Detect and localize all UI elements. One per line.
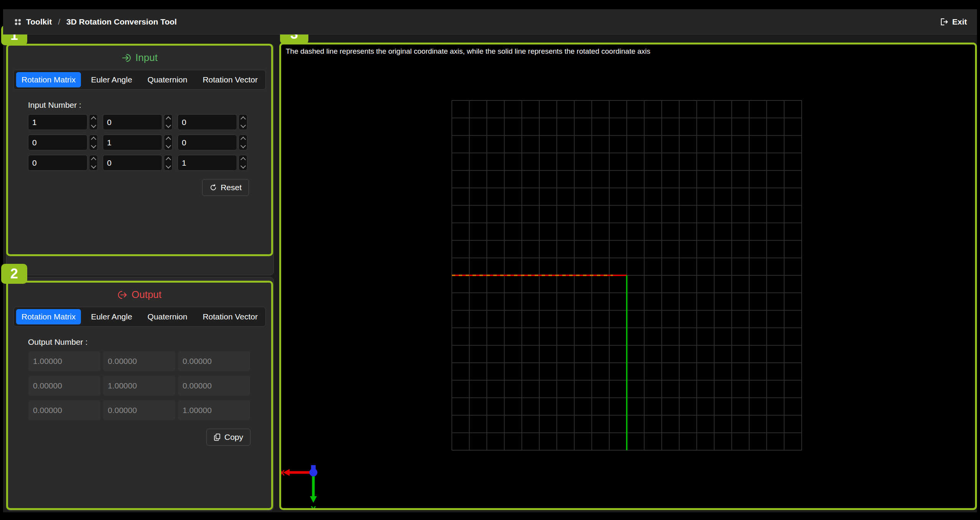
spin-down-icon[interactable] bbox=[89, 163, 97, 171]
viz-note: The dashed line represents the original … bbox=[281, 44, 655, 58]
spin-up-icon[interactable] bbox=[89, 115, 97, 122]
spin-up-icon[interactable] bbox=[89, 155, 97, 163]
spinner-r3c3 bbox=[239, 155, 247, 171]
spin-up-icon[interactable] bbox=[89, 135, 97, 143]
output-value-r1c3: 0.00000 bbox=[178, 351, 250, 371]
output-value-r2c1: 0.00000 bbox=[28, 376, 100, 396]
output-value-r1c2: 0.00000 bbox=[103, 351, 175, 371]
output-arrow-icon bbox=[118, 290, 128, 300]
exit-icon bbox=[939, 17, 949, 26]
spinner-r1c1 bbox=[89, 114, 98, 130]
output-tab-quaternion[interactable]: Quaternion bbox=[142, 309, 193, 324]
spin-down-icon[interactable] bbox=[239, 122, 247, 130]
input-tab-rotation-vector[interactable]: Rotation Vector bbox=[197, 72, 263, 87]
matrix-input-r1c3[interactable] bbox=[178, 114, 237, 130]
output-number-label: Output Number : bbox=[28, 337, 271, 347]
output-value-r1c1: 1.00000 bbox=[28, 351, 100, 371]
spin-down-icon[interactable] bbox=[89, 122, 97, 130]
output-tabbar: Rotation Matrix Euler Angle Quaternion R… bbox=[13, 307, 266, 327]
input-tab-euler-angle[interactable]: Euler Angle bbox=[86, 72, 137, 87]
matrix-row-1 bbox=[28, 114, 271, 130]
matrix-input-r2c3[interactable] bbox=[178, 135, 237, 150]
page-title: 3D Rotation Conversion Tool bbox=[66, 17, 177, 26]
spinner-r2c2 bbox=[164, 135, 173, 150]
input-arrow-icon bbox=[122, 53, 132, 63]
spinner-r1c3 bbox=[239, 114, 247, 130]
svg-text:Y: Y bbox=[311, 504, 316, 508]
spin-up-icon[interactable] bbox=[239, 135, 247, 143]
spin-up-icon[interactable] bbox=[164, 155, 172, 163]
output-value-r3c1: 0.00000 bbox=[28, 400, 100, 420]
matrix-row-3 bbox=[28, 155, 271, 171]
matrix-input-r3c2[interactable] bbox=[103, 155, 162, 171]
output-row-3: 0.00000 0.00000 1.00000 bbox=[28, 400, 271, 420]
spinner-r3c1 bbox=[89, 155, 98, 171]
matrix-input-r3c1[interactable] bbox=[28, 155, 87, 171]
breadcrumb-app[interactable]: Toolkit bbox=[26, 17, 52, 26]
output-title-text: Output bbox=[132, 289, 161, 301]
spin-down-icon[interactable] bbox=[164, 143, 172, 150]
input-number-label: Input Number : bbox=[28, 100, 271, 110]
reset-label: Reset bbox=[221, 183, 242, 192]
output-row-2: 0.00000 1.00000 0.00000 bbox=[28, 376, 271, 396]
spin-up-icon[interactable] bbox=[164, 135, 172, 143]
spin-up-icon[interactable] bbox=[164, 115, 172, 122]
reset-icon bbox=[209, 184, 217, 191]
output-value-r3c3: 1.00000 bbox=[178, 400, 250, 420]
copy-button[interactable]: Copy bbox=[206, 429, 250, 446]
matrix-input-r2c2[interactable] bbox=[103, 135, 162, 150]
annotation-box-output: Output Rotation Matrix Euler Angle Quate… bbox=[6, 281, 273, 510]
spinner-r3c2 bbox=[164, 155, 173, 171]
spin-down-icon[interactable] bbox=[239, 143, 247, 150]
exit-label: Exit bbox=[952, 17, 967, 26]
matrix-input-r1c1[interactable] bbox=[28, 114, 87, 130]
matrix-input-r2c1[interactable] bbox=[28, 135, 87, 150]
spin-up-icon[interactable] bbox=[239, 155, 247, 163]
input-tab-rotation-matrix[interactable]: Rotation Matrix bbox=[16, 72, 81, 87]
spin-down-icon[interactable] bbox=[164, 122, 172, 130]
exit-button[interactable]: Exit bbox=[939, 17, 967, 26]
reset-button[interactable]: Reset bbox=[202, 179, 249, 196]
copy-icon bbox=[214, 433, 221, 441]
spin-down-icon[interactable] bbox=[89, 143, 97, 150]
spin-down-icon[interactable] bbox=[164, 163, 172, 171]
viz-canvas[interactable]: XY bbox=[281, 44, 975, 508]
output-value-r3c2: 0.00000 bbox=[103, 400, 175, 420]
toolbar: Toolkit / 3D Rotation Conversion Tool Ex… bbox=[3, 9, 977, 35]
input-panel-title: Input bbox=[8, 52, 271, 64]
breadcrumb-separator: / bbox=[56, 17, 63, 26]
output-tab-rotation-vector[interactable]: Rotation Vector bbox=[197, 309, 263, 324]
input-title-text: Input bbox=[135, 52, 158, 64]
annotation-box-visualization: The dashed line represents the original … bbox=[279, 43, 977, 510]
copy-label: Copy bbox=[224, 433, 243, 442]
output-value-r2c2: 1.00000 bbox=[103, 376, 175, 396]
output-tab-euler-angle[interactable]: Euler Angle bbox=[86, 309, 137, 324]
spinner-r2c3 bbox=[239, 135, 247, 150]
spinner-r1c2 bbox=[164, 114, 173, 130]
matrix-input-r1c2[interactable] bbox=[103, 114, 162, 130]
output-value-r2c3: 0.00000 bbox=[178, 376, 250, 396]
matrix-row-2 bbox=[28, 135, 271, 150]
svg-text:X: X bbox=[281, 468, 285, 477]
matrix-input-r3c3[interactable] bbox=[178, 155, 237, 171]
annotation-box-input: Input Rotation Matrix Euler Angle Quater… bbox=[6, 44, 273, 256]
breadcrumb: Toolkit / 3D Rotation Conversion Tool bbox=[13, 17, 177, 26]
spinner-r2c1 bbox=[89, 135, 98, 150]
annotation-badge-2: 2 bbox=[1, 264, 27, 284]
output-row-1: 1.00000 0.00000 0.00000 bbox=[28, 351, 271, 371]
apps-icon bbox=[13, 17, 22, 26]
input-tab-quaternion[interactable]: Quaternion bbox=[142, 72, 193, 87]
output-tab-rotation-matrix[interactable]: Rotation Matrix bbox=[16, 309, 81, 324]
spin-down-icon[interactable] bbox=[239, 163, 247, 171]
spin-up-icon[interactable] bbox=[239, 115, 247, 122]
output-panel-title: Output bbox=[8, 289, 271, 301]
input-tabbar: Rotation Matrix Euler Angle Quaternion R… bbox=[13, 70, 266, 90]
